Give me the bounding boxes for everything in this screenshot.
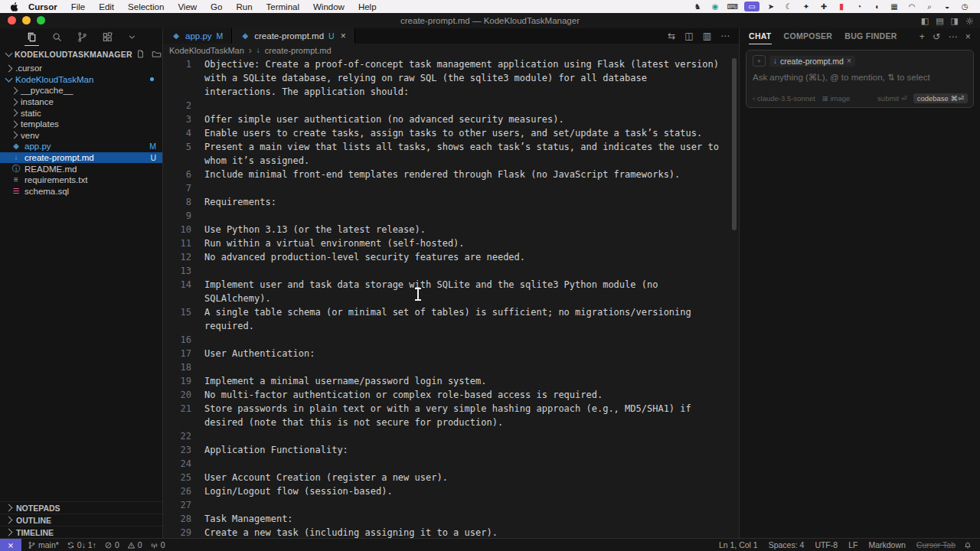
status-item[interactable]: LF [848, 540, 858, 549]
tree-item[interactable]: create-prompt.md U [0, 152, 162, 164]
code-line[interactable]: 26 Login/Logout flow (session-based). [163, 484, 739, 498]
code-line[interactable]: 2 [163, 99, 739, 112]
volume-icon[interactable]: ◖ [871, 2, 883, 11]
code-line[interactable]: 14 Implement user and task data storage … [163, 278, 739, 305]
explorer-header[interactable]: KODEKLOUDTASKMANAGER [0, 47, 162, 61]
app-pet-icon[interactable]: ♞ [691, 2, 704, 11]
attach-image-button[interactable]: ⊞ image [822, 94, 850, 103]
context-chip[interactable]: ↓ create-prompt.md × [769, 56, 855, 67]
chat-tab[interactable]: BUG FINDER [844, 28, 897, 44]
code-line[interactable]: 12 No advanced production-level security… [163, 250, 739, 264]
tree-item[interactable]: schema.sql [0, 186, 162, 197]
code-line[interactable]: 27 [163, 498, 739, 512]
battery-icon[interactable]: ▮ [835, 2, 848, 11]
chat-tab[interactable]: COMPOSER [784, 28, 833, 44]
tree-item[interactable]: instance [0, 96, 162, 108]
breadcrumb-folder[interactable]: KodeKloudTaskMan [169, 46, 244, 55]
editor-scrollbar[interactable] [732, 58, 737, 230]
tree-item[interactable]: app.py M [0, 141, 162, 152]
code-line[interactable]: 9 [163, 209, 739, 223]
menu-item[interactable]: Selection [121, 2, 171, 11]
toggle-panel-icon[interactable]: ▤ [936, 16, 943, 26]
zoom-window-button[interactable] [37, 16, 45, 24]
notifications-bell-icon[interactable] [963, 540, 980, 549]
moon-icon[interactable]: ☾ [782, 2, 795, 11]
status-item[interactable]: Markdown [868, 540, 905, 549]
screen-share-icon[interactable]: ▭ [744, 2, 760, 11]
code-line[interactable]: 10 Use Python 3.13 (or the latest releas… [163, 223, 739, 236]
sidebar-section[interactable]: NOTEPADS [0, 501, 162, 514]
tree-item[interactable]: static [0, 107, 162, 119]
code-line[interactable]: 13 [163, 264, 739, 278]
open-changes-icon[interactable]: ⇆ [668, 31, 675, 41]
code-line[interactable]: 5 Present a main view that lists all tas… [163, 140, 739, 168]
code-line[interactable]: 25 User Account Creation (register a new… [163, 471, 739, 484]
code-line[interactable]: 1 Objective: Create a proof-of-concept t… [163, 57, 739, 99]
code-line[interactable]: 11 Run within a virtual environment (sel… [163, 236, 739, 250]
code-line[interactable]: 8 Requirements: [163, 195, 739, 209]
menu-item[interactable]: Cursor [21, 2, 64, 11]
layout-icon[interactable]: ▥ [703, 31, 711, 41]
tree-item[interactable]: venv [0, 130, 162, 142]
more-icon[interactable]: ⋯ [948, 31, 957, 42]
remote-indicator[interactable]: ⨯ [0, 539, 21, 551]
tree-item[interactable]: .cursor [0, 63, 162, 74]
tree-item[interactable]: requirements.txt [0, 174, 162, 186]
explorer-icon[interactable] [24, 29, 39, 46]
search-icon[interactable] [50, 29, 64, 46]
more-actions-icon[interactable]: ⋯ [720, 31, 730, 41]
tree-item[interactable]: README.md [0, 163, 162, 174]
chevron-down-icon[interactable] [126, 30, 139, 45]
close-window-button[interactable] [8, 16, 16, 24]
menu-item[interactable]: Go [204, 2, 229, 11]
minimize-window-button[interactable] [22, 16, 31, 24]
keyboard-icon[interactable]: ⌨ [727, 2, 739, 11]
code-editor[interactable]: 1 Objective: Create a proof-of-concept t… [163, 57, 739, 538]
code-line[interactable]: 29 Create a new task (including assignin… [163, 526, 739, 538]
status-item[interactable]: UTF-8 [815, 540, 838, 549]
menu-item[interactable]: Help [351, 2, 384, 11]
tree-item[interactable]: KodeKloudTaskMan [0, 74, 162, 86]
settings-gear-icon[interactable] [965, 17, 974, 25]
menu-item[interactable]: Edit [92, 2, 121, 11]
menu-item[interactable]: Terminal [260, 2, 306, 11]
code-line[interactable]: 18 [163, 360, 739, 374]
code-line[interactable]: 22 [163, 429, 739, 443]
new-file-icon[interactable] [136, 49, 145, 59]
wifi-icon[interactable]: ◠ [906, 2, 918, 11]
status-item[interactable]: Cursor Tab [916, 540, 956, 549]
code-line[interactable]: 15 A single table schema (or minimal set… [163, 305, 739, 333]
code-line[interactable]: 7 [163, 181, 739, 195]
history-icon[interactable]: ↺ [933, 31, 940, 42]
arrow-icon[interactable]: ➤ [765, 2, 777, 11]
user-switch-icon[interactable]: ◒ [941, 2, 953, 11]
toggle-right-sidebar-icon[interactable]: ◨ [951, 16, 959, 26]
menu-item[interactable]: Window [306, 2, 351, 11]
status-item[interactable]: Ln 1, Col 1 [719, 540, 758, 549]
menu-item[interactable]: View [171, 2, 204, 11]
code-line[interactable]: 24 [163, 457, 739, 471]
source-control-icon[interactable] [75, 29, 90, 46]
plus-app-icon[interactable]: ✚ [818, 2, 830, 11]
sidebar-section[interactable]: TIMELINE [0, 526, 162, 538]
new-chat-icon[interactable]: + [920, 31, 925, 42]
dropbox-icon[interactable]: ✦ [800, 2, 812, 11]
menu-item[interactable]: File [64, 2, 93, 11]
code-line[interactable]: 4 Enable users to create tasks, assign t… [163, 126, 739, 140]
toggle-left-sidebar-icon[interactable]: ◧ [921, 16, 929, 26]
split-editor-icon[interactable]: ◫ [684, 31, 693, 41]
sidebar-section[interactable]: OUTLINE [0, 514, 162, 526]
browser-icon[interactable]: ◉ [709, 2, 721, 11]
breadcrumb-file[interactable]: create-prompt.md [265, 46, 332, 55]
submit-button[interactable]: submit ⏎ [877, 94, 907, 103]
codebase-button[interactable]: codebase ⌘⏎ [913, 93, 968, 103]
close-tab-icon[interactable]: × [341, 31, 346, 41]
model-selector[interactable]: ‹ claude-3.5-sonnet [753, 94, 815, 103]
menu-item[interactable]: Run [229, 2, 259, 11]
chat-input-box[interactable]: + ↓ create-prompt.md × Ask anything (⌘L)… [746, 50, 974, 108]
tree-item[interactable]: __pycache__ [0, 85, 162, 96]
code-line[interactable]: 19 Implement a minimal username/password… [163, 374, 739, 388]
chat-tab[interactable]: CHAT [749, 28, 772, 44]
code-line[interactable]: 6 Include minimal front-end templates re… [163, 168, 739, 181]
git-branch-indicator[interactable]: main* [28, 540, 59, 549]
